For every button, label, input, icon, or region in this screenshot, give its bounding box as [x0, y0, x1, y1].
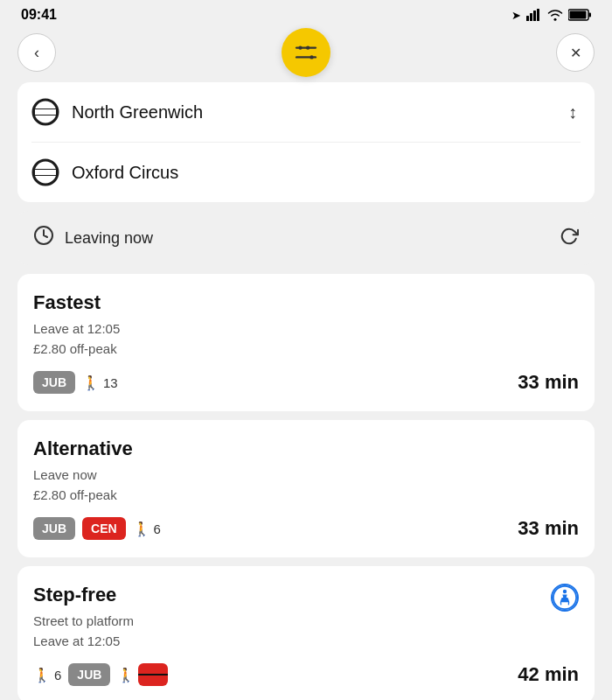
walk-red-group: 🚶 — [117, 663, 168, 686]
walk-icon-fastest: 🚶 — [82, 374, 100, 391]
main-content: North Greenwich ↕ Oxford Circus — [0, 82, 612, 700]
walk-info-alternative: 🚶 6 — [133, 521, 161, 537]
back-icon: ‹ — [34, 44, 39, 62]
tube-icon-to — [31, 158, 59, 186]
filter-button[interactable] — [282, 28, 330, 77]
journey-detail-alternative: Leave now £2.80 off-peak — [33, 466, 579, 505]
journey-card-stepfree[interactable]: Step-free Street to platform Leave at 12… — [17, 566, 595, 700]
journey-footer-stepfree: 🚶 6 JUB 🚶 42 min — [33, 663, 579, 686]
close-icon: ✕ — [570, 45, 581, 61]
journey-title-stepfree: Step-free — [33, 584, 116, 606]
header: ‹ ✕ — [0, 26, 612, 82]
to-row: Oxford Circus — [31, 143, 581, 202]
tag-jub-stepfree: JUB — [68, 663, 110, 686]
walk-icon-alternative: 🚶 — [133, 521, 150, 537]
status-time: 09:41 — [21, 7, 57, 23]
svg-rect-1 — [530, 13, 532, 21]
journey-tags-alternative: JUB CEN 🚶 6 — [33, 517, 161, 540]
filter-icon — [295, 41, 317, 64]
status-bar: 09:41 ➤ — [0, 0, 612, 26]
journey-card-fastest[interactable]: Fastest Leave at 12:05 £2.80 off-peak JU… — [17, 274, 595, 411]
leaving-bar[interactable]: Leaving now — [17, 211, 595, 265]
location-icon: ➤ — [511, 9, 521, 22]
refresh-icon[interactable] — [560, 227, 579, 250]
route-card: North Greenwich ↕ Oxford Circus — [17, 82, 595, 202]
journey-detail-fastest: Leave at 12:05 £2.80 off-peak — [33, 319, 579, 359]
journey-title-alternative: Alternative — [33, 438, 579, 460]
journey-footer-fastest: JUB 🚶 13 33 min — [33, 371, 579, 394]
walk-icon-2-stepfree: 🚶 — [117, 667, 135, 683]
from-row: North Greenwich ↕ — [31, 82, 581, 143]
swap-icon: ↕ — [568, 103, 577, 121]
walk-info-stepfree-pre: 🚶 6 — [33, 667, 61, 683]
svg-rect-19 — [35, 170, 56, 175]
back-button[interactable]: ‹ — [17, 33, 56, 72]
wifi-icon — [547, 9, 563, 21]
svg-point-22 — [563, 590, 567, 593]
journey-detail-stepfree: Street to platform Leave at 12:05 — [33, 612, 579, 651]
journey-time-stepfree: 42 min — [518, 663, 579, 686]
swap-button[interactable]: ↕ — [565, 100, 581, 124]
stepfree-icon — [551, 584, 579, 612]
tag-cen-alternative: CEN — [82, 517, 126, 540]
signal-icon — [526, 9, 542, 21]
clock-icon — [33, 225, 54, 251]
walk-icon-stepfree: 🚶 — [33, 667, 51, 683]
walk-info-fastest: 🚶 13 — [82, 374, 118, 391]
journey-card-alternative[interactable]: Alternative Leave now £2.80 off-peak JUB… — [17, 420, 595, 557]
phone-frame: 09:41 ➤ — [0, 0, 612, 700]
battery-icon — [568, 9, 591, 21]
tube-icon-from — [31, 98, 59, 126]
svg-rect-5 — [570, 11, 587, 19]
tag-partial-stepfree — [138, 663, 168, 686]
journey-time-fastest: 33 min — [518, 371, 579, 394]
svg-rect-0 — [526, 16, 529, 21]
tag-jub-fastest: JUB — [33, 371, 75, 394]
svg-rect-16 — [35, 109, 56, 115]
journey-tags-stepfree: 🚶 6 JUB 🚶 — [33, 663, 168, 686]
svg-rect-2 — [533, 10, 536, 21]
close-button[interactable]: ✕ — [556, 33, 595, 72]
journey-time-alternative: 33 min — [518, 517, 579, 540]
tag-jub-alternative: JUB — [33, 517, 75, 540]
journey-footer-alternative: JUB CEN 🚶 6 33 min — [33, 517, 579, 540]
from-location: North Greenwich — [72, 102, 553, 122]
journey-tags-fastest: JUB 🚶 13 — [33, 371, 118, 394]
status-icons: ➤ — [511, 9, 591, 22]
svg-rect-6 — [589, 13, 592, 18]
journey-card-header-stepfree: Step-free — [33, 584, 579, 612]
leaving-left: Leaving now — [33, 225, 153, 251]
journey-title-fastest: Fastest — [33, 291, 579, 314]
to-location: Oxford Circus — [72, 163, 581, 183]
leaving-text: Leaving now — [65, 229, 153, 248]
svg-rect-3 — [537, 9, 539, 21]
